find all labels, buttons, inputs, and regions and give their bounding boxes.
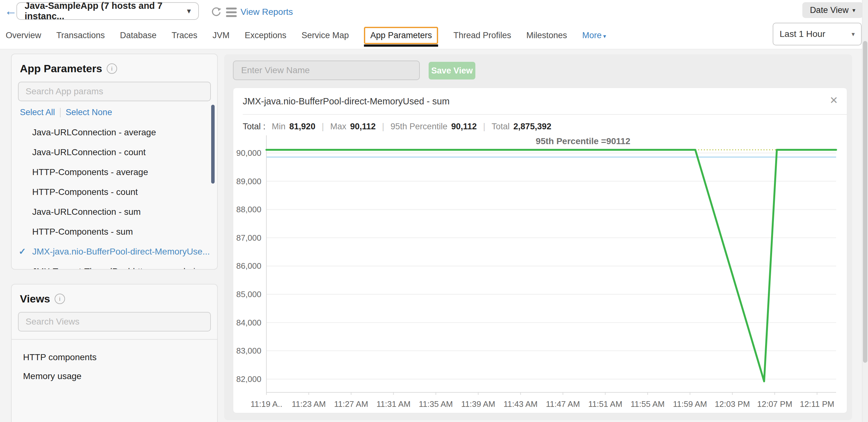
app-param-item[interactable]: Java-URLConnection - count <box>12 142 217 162</box>
tab-service-map[interactable]: Service Map <box>302 31 349 40</box>
app-param-label: JMX-java.nio-BufferPool-direct-MemoryUse… <box>32 247 210 256</box>
back-icon[interactable]: ← <box>4 4 17 18</box>
save-view-button[interactable]: Save View <box>429 62 475 79</box>
main-content: Save View JMX-java.nio-BufferPool-direct… <box>224 54 852 420</box>
header: ← Java-SampleApp (7 hosts and 7 instanc.… <box>0 0 868 49</box>
app-param-label: HTTP-Components - count <box>32 187 138 197</box>
chevron-down-icon: ▾ <box>601 33 606 39</box>
search-views-input[interactable] <box>18 312 211 331</box>
svg-text:11:59 AM: 11:59 AM <box>673 399 707 409</box>
app-param-item[interactable]: HTTP-Components - average <box>12 162 217 182</box>
svg-text:11:19 A..: 11:19 A.. <box>251 399 282 409</box>
app-parameters-panel: App Parameters i Select All Select None … <box>11 54 218 270</box>
svg-text:11:51 AM: 11:51 AM <box>588 399 622 409</box>
tab-more[interactable]: More ▾ <box>582 31 606 40</box>
stat-label: Min <box>272 122 286 132</box>
panel-title-text: App Parameters <box>20 62 102 75</box>
view-item-memory-usage[interactable]: Memory usage <box>12 367 217 386</box>
tab-bar: OverviewTransactionsDatabaseTracesJVMExc… <box>6 26 606 45</box>
chart-title: JMX-java.nio-BufferPool-direct-MemoryUse… <box>233 88 847 107</box>
app-param-label: JMX-Tomcat-ThreadPool-https-openssl-nio-… <box>32 266 211 270</box>
date-view-button[interactable]: Date View ▾ <box>802 2 863 18</box>
tab-jvm[interactable]: JVM <box>212 31 229 40</box>
close-icon[interactable]: ✕ <box>830 94 838 106</box>
app-param-label: Java-URLConnection - average <box>32 127 156 137</box>
svg-text:11:27 AM: 11:27 AM <box>334 399 368 409</box>
svg-text:11:55 AM: 11:55 AM <box>631 399 665 409</box>
stat-value: 81,920 <box>289 122 316 132</box>
search-app-params-input[interactable] <box>18 82 211 101</box>
chart-stats-row: Total : Min81,920|Max90,112|95th Percent… <box>243 122 847 132</box>
menu-icon[interactable] <box>226 7 237 19</box>
app-param-item[interactable]: ✓JMX-java.nio-BufferPool-direct-MemoryUs… <box>12 241 217 261</box>
stat-label: Total <box>492 122 510 132</box>
svg-text:90,000: 90,000 <box>236 148 261 158</box>
svg-text:11:35 AM: 11:35 AM <box>419 399 453 409</box>
svg-text:11:39 AM: 11:39 AM <box>461 399 495 409</box>
select-none-link[interactable]: Select None <box>66 107 112 117</box>
app-param-label: HTTP-Components - sum <box>32 227 133 236</box>
apm-app-parameters-page: ← Java-SampleApp (7 hosts and 7 instanc.… <box>0 0 868 422</box>
tab-exceptions[interactable]: Exceptions <box>245 31 286 40</box>
panel-scrollbar-thumb[interactable] <box>211 105 215 184</box>
svg-text:84,000: 84,000 <box>236 318 261 327</box>
stat-value: 90,112 <box>350 122 376 132</box>
app-param-label: Java-URLConnection - count <box>32 147 146 157</box>
svg-text:12:03 PM: 12:03 PM <box>715 399 750 409</box>
svg-text:83,000: 83,000 <box>236 346 261 355</box>
app-param-item[interactable]: HTTP-Components - sum <box>12 222 217 241</box>
svg-text:11:23 AM: 11:23 AM <box>292 399 326 409</box>
app-param-item[interactable]: HTTP-Components - count <box>12 182 217 202</box>
divider <box>12 339 217 340</box>
svg-text:11:47 AM: 11:47 AM <box>546 399 580 409</box>
svg-text:12:07 PM: 12:07 PM <box>757 399 792 409</box>
svg-text:87,000: 87,000 <box>236 233 261 242</box>
view-reports-link[interactable]: View Reports <box>241 7 293 17</box>
app-param-label: Java-URLConnection - sum <box>32 207 141 217</box>
tab-milestones[interactable]: Milestones <box>526 31 567 40</box>
svg-text:11:31 AM: 11:31 AM <box>377 399 411 409</box>
app-param-item[interactable]: JMX-Tomcat-ThreadPool-https-openssl-nio-… <box>12 261 217 270</box>
stat-value: 90,112 <box>451 122 476 132</box>
chevron-down-icon: ▾ <box>852 7 856 14</box>
stat-label: Max <box>330 122 346 132</box>
date-view-label: Date View <box>810 5 849 15</box>
tab-overview[interactable]: Overview <box>6 31 41 40</box>
application-selector[interactable]: Java-SampleApp (7 hosts and 7 instanc...… <box>17 2 199 20</box>
views-panel: Views i HTTP componentsMemory usage <box>11 284 218 422</box>
svg-text:88,000: 88,000 <box>236 205 261 214</box>
time-range-select[interactable]: Last 1 Hour ▾ <box>773 23 862 45</box>
info-icon[interactable]: i <box>55 294 65 304</box>
views-list: HTTP componentsMemory usage <box>12 348 217 386</box>
tab-traces[interactable]: Traces <box>172 31 197 40</box>
view-name-input[interactable] <box>233 61 420 80</box>
stats-prefix: Total : <box>243 122 266 132</box>
panel-title-text: Views <box>20 293 50 305</box>
app-param-item[interactable]: Java-URLConnection - sum <box>12 202 217 222</box>
tab-transactions[interactable]: Transactions <box>57 31 105 40</box>
divider <box>60 108 61 117</box>
chevron-down-icon: ▾ <box>851 30 855 38</box>
divider <box>243 114 847 115</box>
info-icon[interactable]: i <box>107 63 117 74</box>
app-param-list: Java-URLConnection - averageJava-URLConn… <box>12 122 217 270</box>
svg-text:85,000: 85,000 <box>236 290 261 299</box>
divider: | <box>479 122 490 132</box>
view-item-http-components[interactable]: HTTP components <box>12 348 217 367</box>
memory-used-line-chart[interactable]: 90,00089,00088,00087,00086,00085,00084,0… <box>233 132 847 410</box>
tab-app-parameters[interactable]: App Parameters <box>364 27 438 44</box>
app-param-label: HTTP-Components - average <box>32 167 148 177</box>
chevron-down-icon: ▾ <box>187 7 191 15</box>
tab-thread-profiles[interactable]: Thread Profiles <box>453 31 511 40</box>
svg-text:82,000: 82,000 <box>236 375 261 384</box>
refresh-icon[interactable] <box>210 6 223 18</box>
tab-database[interactable]: Database <box>120 31 157 40</box>
divider: | <box>317 122 328 132</box>
svg-text:11:43 AM: 11:43 AM <box>503 399 537 409</box>
page-scrollbar[interactable] <box>862 0 868 422</box>
page-scrollbar-thumb[interactable] <box>863 41 867 363</box>
app-param-item[interactable]: Java-URLConnection - average <box>12 122 217 142</box>
select-all-link[interactable]: Select All <box>20 107 55 117</box>
check-icon: ✓ <box>19 241 26 261</box>
chart-card: JMX-java.nio-BufferPool-direct-MemoryUse… <box>233 88 847 413</box>
